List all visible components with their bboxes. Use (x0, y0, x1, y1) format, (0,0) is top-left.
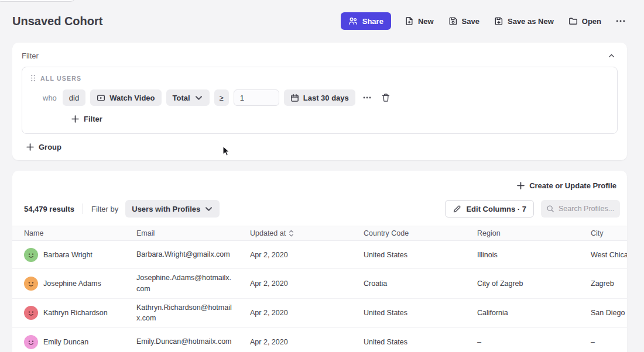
updated-at-label: Updated at (250, 229, 286, 237)
aggregation-label: Total (173, 94, 190, 102)
all-users-label: ALL USERS (40, 75, 81, 82)
updated-at-cell: Apr 2, 2020 (238, 247, 352, 263)
column-header-country-code: Country Code (352, 229, 465, 237)
add-group-button[interactable]: Group (25, 141, 63, 153)
plus-icon (517, 182, 525, 189)
column-header-email: Email (125, 229, 238, 237)
profile-name: Kathryn Richardson (43, 309, 108, 317)
region-cell: – (465, 334, 579, 350)
plus-icon (26, 143, 34, 151)
profile-name: Josephine Adams (43, 279, 101, 288)
ellipsis-icon (363, 96, 371, 99)
filter-panel: Filter ALL USERS who did Watch Video (12, 43, 627, 160)
add-group-label: Group (39, 143, 61, 151)
sort-icon (289, 230, 294, 237)
chevron-up-icon (608, 52, 615, 60)
threshold-value-input[interactable] (234, 89, 279, 106)
table-row[interactable]: Emily Duncan Emily.Duncan@hotmailx.com A… (12, 328, 627, 352)
event-name-label: Watch Video (109, 94, 155, 102)
city-cell: San Diego (579, 305, 627, 320)
save-as-new-button-label: Save as New (508, 17, 554, 26)
profile-name: Barbara Wright (43, 251, 93, 259)
name-cell: Josephine Adams (12, 273, 125, 294)
drag-handle-icon[interactable] (30, 74, 36, 82)
new-button-label: New (418, 17, 434, 26)
operator-button[interactable]: ≥ (214, 89, 229, 106)
share-button[interactable]: Share (341, 12, 391, 30)
column-header-region: Region (465, 229, 579, 237)
add-filter-row: Filter (70, 113, 610, 125)
avatar (24, 248, 38, 262)
table-header-row: Name Email Updated at Country Code Regio… (12, 226, 627, 241)
country-code-cell: United States (352, 334, 465, 350)
filter-panel-header: Filter (22, 50, 618, 67)
table-row[interactable]: Barbara Wright Barbara.Wright@gmailx.com… (12, 241, 627, 269)
trash-icon (381, 93, 390, 102)
edit-columns-label: Edit Columns · 7 (466, 205, 526, 213)
profile-filter-dropdown[interactable]: Users with Profiles (125, 200, 220, 218)
filter-criteria-row: who did Watch Video Total ≥ Last 30 (43, 89, 610, 106)
did-toggle-button[interactable]: did (63, 89, 85, 106)
table-row[interactable]: Josephine Adams Josephine.Adams@hotmailx… (12, 269, 627, 299)
share-users-icon (348, 16, 358, 26)
city-cell: Zagreb (579, 276, 627, 291)
country-code-cell: United States (352, 305, 465, 320)
add-group-row: Group (25, 141, 618, 153)
filter-by-label: Filter by (91, 205, 118, 213)
header-actions: Share New Save Save as New Open (341, 12, 626, 30)
name-cell: Kathryn Richardson (12, 302, 125, 323)
email-cell: Kathryn.Richardson@hotmailx.com (125, 299, 238, 328)
country-code-cell: Croatia (352, 276, 465, 291)
results-panel: Create or Update Profile 54,479 results … (12, 171, 627, 352)
save-button[interactable]: Save (447, 14, 481, 28)
more-options-button[interactable] (615, 16, 626, 26)
delete-criteria-button[interactable] (379, 89, 393, 106)
email-cell: Josephine.Adams@hotmailx.com (125, 269, 238, 298)
filter-group-header: ALL USERS (29, 74, 610, 82)
criteria-more-options-button[interactable] (360, 89, 374, 106)
avatar (24, 277, 38, 291)
create-or-update-profile-label: Create or Update Profile (529, 181, 616, 190)
create-or-update-profile-button[interactable]: Create or Update Profile (516, 180, 618, 192)
email-cell: Barbara.Wright@gmailx.com (125, 246, 238, 264)
chevron-down-icon (204, 205, 213, 213)
new-button[interactable]: New (403, 14, 435, 28)
edit-columns-button[interactable]: Edit Columns · 7 (445, 200, 534, 218)
video-event-icon (97, 94, 105, 102)
profile-filter-label: Users with Profiles (132, 205, 200, 213)
table-row[interactable]: Kathryn Richardson Kathryn.Richardson@ho… (12, 299, 627, 329)
topbar: Unsaved Cohort Share New Save Save as Ne… (0, 0, 644, 34)
search-profiles (541, 200, 620, 218)
country-code-cell: United States (352, 247, 465, 263)
pencil-icon (453, 205, 461, 213)
updated-at-cell: Apr 2, 2020 (238, 276, 352, 291)
results-count: 54,479 results (24, 205, 74, 213)
ellipsis-icon (616, 20, 625, 22)
date-range-button[interactable]: Last 30 days (284, 89, 355, 106)
save-icon (448, 16, 458, 26)
add-filter-button[interactable]: Filter (70, 113, 104, 125)
create-row: Create or Update Profile (12, 171, 627, 195)
city-cell: West Chicago (579, 247, 627, 263)
avatar (24, 335, 38, 349)
filter-panel-title: Filter (22, 51, 39, 60)
updated-at-cell: Apr 2, 2020 (238, 305, 352, 320)
region-cell: California (465, 305, 579, 320)
date-range-label: Last 30 days (303, 94, 349, 102)
filter-group-box: ALL USERS who did Watch Video Total ≥ (22, 67, 618, 134)
clipped-top-artifact (0, 0, 76, 2)
save-as-new-icon (494, 16, 503, 26)
chevron-down-icon (194, 94, 203, 102)
city-cell: – (579, 334, 627, 350)
who-label: who (43, 94, 57, 102)
save-as-new-button[interactable]: Save as New (493, 14, 555, 28)
folder-icon (568, 16, 578, 26)
event-selector-button[interactable]: Watch Video (90, 89, 161, 106)
collapse-filter-button[interactable] (607, 51, 616, 61)
column-header-updated-at[interactable]: Updated at (238, 229, 352, 237)
profile-name: Emily Duncan (43, 338, 88, 346)
name-cell: Emily Duncan (12, 332, 125, 352)
open-button[interactable]: Open (567, 14, 602, 28)
aggregation-dropdown[interactable]: Total (166, 89, 210, 106)
results-controls-left: 54,479 results Filter by Users with Prof… (24, 200, 220, 218)
